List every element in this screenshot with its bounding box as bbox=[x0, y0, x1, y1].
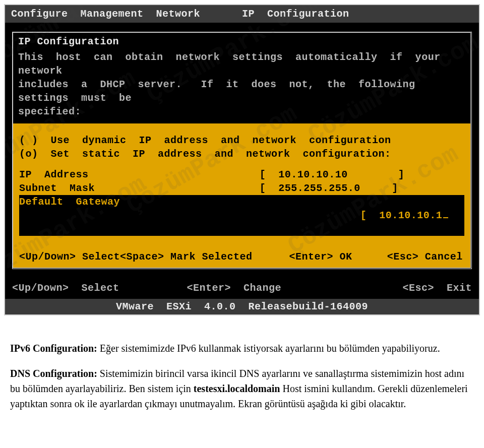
hint-enter: <Enter> OK bbox=[289, 250, 387, 264]
hint-updown: <Up/Down> Select bbox=[19, 250, 120, 264]
hint-space: <Space> Mark Selected bbox=[120, 250, 289, 264]
outer-hint-enter: <Enter> Change bbox=[187, 282, 352, 294]
dialog-help-text: This host can obtain network settings au… bbox=[13, 48, 470, 123]
header-title-left: Configure Management Network bbox=[11, 8, 242, 20]
field-subnet-mask[interactable]: Subnet Mask [ 255.255.255.0 ] bbox=[19, 181, 464, 195]
field-mask-value: [ 255.255.255.0 ] bbox=[260, 181, 464, 195]
gw-value-prefix: [ 10.10.10.1 bbox=[360, 210, 443, 221]
console-status-bar: VMware ESXi 4.0.0 Releasebuild-164009 bbox=[5, 299, 479, 314]
label-ipv6: IPv6 Configuration: bbox=[10, 343, 97, 354]
hint-esc: <Esc> Cancel bbox=[387, 250, 467, 264]
dialog-options: ( ) Use dynamic IP address and network c… bbox=[13, 123, 470, 242]
label-dns: DNS Configuration: bbox=[10, 368, 97, 379]
radio-static-ip[interactable]: (o) Set static IP address and network co… bbox=[19, 147, 464, 161]
outer-key-hints: <Up/Down> Select <Enter> Change <Esc> Ex… bbox=[5, 272, 479, 299]
dialog-title: IP Configuration bbox=[13, 33, 470, 48]
radio-dynamic-ip[interactable]: ( ) Use dynamic IP address and network c… bbox=[19, 134, 464, 147]
field-ip-address[interactable]: IP Address [ 10.10.10.10 ] bbox=[19, 168, 464, 181]
esxi-console: ÇözümPark.com ÇözümPark.com ÇözümPark.co… bbox=[4, 4, 480, 315]
field-mask-label: Subnet Mask bbox=[19, 181, 260, 195]
paragraph-ipv6: IPv6 Configuration: Eğer sistemimizde IP… bbox=[10, 341, 474, 356]
field-gw-value: [ 10.10.10.1 ] bbox=[260, 195, 480, 236]
field-default-gateway[interactable]: Default Gateway [ 10.10.10.1 ] bbox=[19, 195, 464, 236]
dialog-key-hints: <Up/Down> Select <Space> Mark Selected <… bbox=[13, 242, 470, 268]
outer-hint-esc: <Esc> Exit bbox=[352, 282, 472, 294]
hostname-bold: testesxi.localdomain bbox=[194, 383, 280, 394]
field-gw-label: Default Gateway bbox=[19, 195, 260, 236]
text-ipv6: Eğer sistemimizde IPv6 kullanmak istiyor… bbox=[97, 343, 440, 354]
ip-config-dialog: IP Configuration This host can obtain ne… bbox=[12, 32, 472, 269]
gw-value-suffix: ] bbox=[448, 210, 480, 221]
console-header: Configure Management Network IP Configur… bbox=[5, 5, 479, 23]
field-ip-value: [ 10.10.10.10 ] bbox=[260, 168, 464, 181]
header-title-right: IP Configuration bbox=[242, 8, 473, 20]
paragraph-dns: DNS Configuration: Sistemimizin birincil… bbox=[10, 366, 474, 411]
text-cursor-icon bbox=[443, 217, 448, 218]
field-ip-label: IP Address bbox=[19, 168, 260, 181]
outer-hint-updown: <Up/Down> Select bbox=[12, 282, 187, 294]
document-body: IPv6 Configuration: Eğer sistemimizde IP… bbox=[5, 315, 479, 426]
